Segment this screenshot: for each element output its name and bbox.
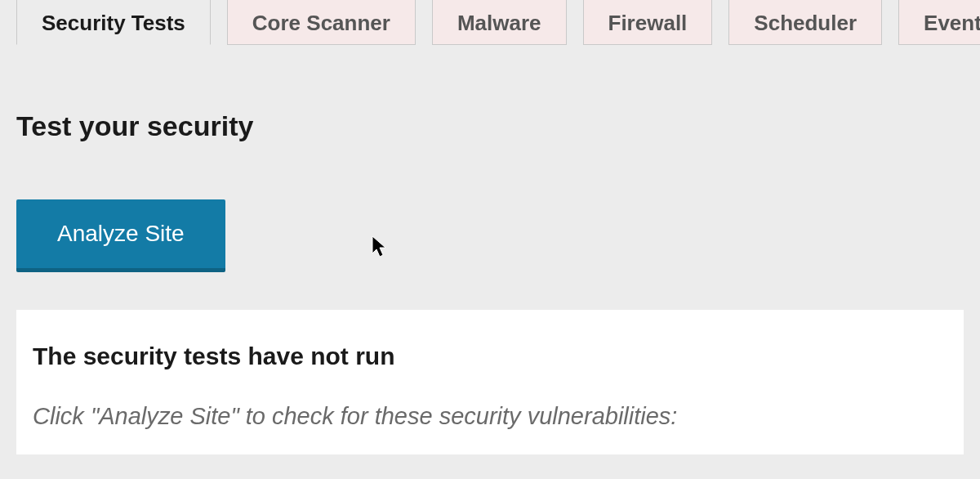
analyze-site-button[interactable]: Analyze Site: [16, 199, 225, 272]
results-subtext: Click "Analyze Site" to check for these …: [33, 403, 947, 430]
tab-core-scanner[interactable]: Core Scanner: [227, 0, 416, 45]
tab-firewall[interactable]: Firewall: [583, 0, 713, 45]
tab-malware[interactable]: Malware: [432, 0, 567, 45]
tab-bar: Security Tests Core Scanner Malware Fire…: [0, 0, 980, 45]
tab-security-tests[interactable]: Security Tests: [16, 0, 211, 45]
tab-event-log[interactable]: Event Log: [898, 0, 980, 45]
results-heading: The security tests have not run: [33, 342, 947, 370]
section-title: Test your security: [16, 110, 964, 142]
content-area: Test your security Analyze Site The secu…: [0, 45, 980, 479]
tab-scheduler[interactable]: Scheduler: [728, 0, 882, 45]
results-panel: The security tests have not run Click "A…: [16, 310, 964, 454]
